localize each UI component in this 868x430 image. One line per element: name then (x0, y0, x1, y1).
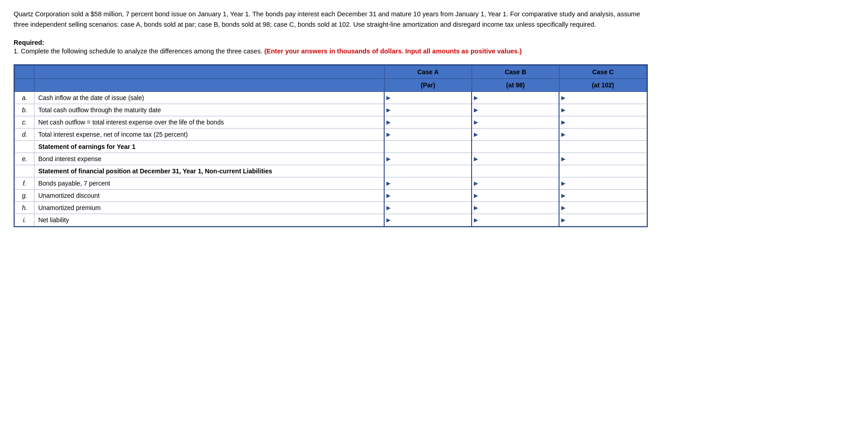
arrow-icon-c-row-b: ▶ (561, 107, 565, 113)
table-row-row-g: g.Unamortized discount▶▶▶ (15, 189, 647, 201)
input-field-case-c-row-g[interactable] (566, 191, 645, 200)
input-wrapper-b-row-d: ▶ (474, 130, 557, 139)
input-col-a-row-e[interactable]: ▶ (384, 153, 472, 165)
input-field-case-c-row-b[interactable] (566, 105, 645, 115)
input-col-a-row-h[interactable]: ▶ (384, 201, 472, 214)
input-wrapper-c-row-f: ▶ (561, 179, 645, 188)
input-col-a-row-stmt2 (384, 165, 472, 177)
input-wrapper-b-row-c: ▶ (474, 118, 557, 127)
row-desc-row-a: Cash inflow at the date of issue (sale) (34, 91, 384, 104)
input-col-a-row-i[interactable]: ▶ (384, 214, 472, 226)
arrow-icon-c-row-e: ▶ (561, 156, 565, 162)
input-field-case-a-row-f[interactable] (391, 179, 469, 188)
input-field-case-c-row-f[interactable] (566, 179, 645, 188)
row-letter-row-c: c. (15, 116, 34, 128)
header-sub-empty-desc (34, 78, 384, 91)
input-col-b-row-d[interactable]: ▶ (472, 128, 559, 140)
input-wrapper-b-row-e: ▶ (474, 154, 557, 163)
input-col-b-row-stmt2 (472, 165, 559, 177)
input-wrapper-b-row-a: ▶ (474, 93, 557, 102)
input-col-a-row-a[interactable]: ▶ (384, 91, 472, 104)
input-col-b-row-e[interactable]: ▶ (472, 153, 559, 165)
arrow-icon-a-row-e: ▶ (386, 156, 391, 162)
input-field-case-b-row-c[interactable] (479, 118, 557, 127)
input-wrapper-b-row-i: ▶ (474, 215, 557, 225)
arrow-icon-b-row-i: ▶ (474, 217, 478, 223)
input-col-b-row-a[interactable]: ▶ (472, 91, 559, 104)
arrow-icon-a-row-g: ▶ (386, 192, 391, 199)
table-row-row-stmt2: Statement of financial position at Decem… (15, 165, 647, 177)
table-row-row-h: h.Unamortized premium▶▶▶ (15, 201, 647, 214)
input-field-case-c-row-d[interactable] (566, 130, 645, 139)
input-wrapper-c-row-i: ▶ (561, 215, 645, 225)
input-col-c-row-d[interactable]: ▶ (559, 128, 646, 140)
input-col-b-row-stmt1 (472, 140, 559, 153)
input-field-case-b-row-g[interactable] (479, 191, 557, 200)
input-wrapper-b-row-b: ▶ (474, 105, 557, 115)
input-field-case-c-row-i[interactable] (566, 215, 645, 225)
input-col-c-row-f[interactable]: ▶ (559, 177, 646, 189)
input-col-c-row-b[interactable]: ▶ (559, 104, 646, 116)
input-wrapper-a-row-g: ▶ (386, 191, 469, 200)
row-letter-row-stmt2 (15, 165, 34, 177)
input-col-b-row-i[interactable]: ▶ (472, 214, 559, 226)
header-case-a-sub: (Par) (384, 78, 472, 91)
input-field-case-b-row-a[interactable] (479, 93, 557, 102)
input-field-case-b-row-h[interactable] (479, 203, 557, 212)
arrow-icon-c-row-h: ▶ (561, 205, 565, 211)
input-col-b-row-g[interactable]: ▶ (472, 189, 559, 201)
arrow-icon-b-row-h: ▶ (474, 205, 478, 211)
input-col-a-row-c[interactable]: ▶ (384, 116, 472, 128)
arrow-icon-a-row-f: ▶ (386, 180, 391, 186)
header-case-a: Case A (384, 65, 472, 78)
header-empty-letter (15, 65, 34, 78)
arrow-icon-b-row-a: ▶ (474, 95, 478, 101)
row-letter-row-i: i. (15, 214, 34, 226)
input-wrapper-c-row-b: ▶ (561, 105, 645, 115)
input-col-a-row-d[interactable]: ▶ (384, 128, 472, 140)
input-col-a-row-g[interactable]: ▶ (384, 189, 472, 201)
input-col-c-row-e[interactable]: ▶ (559, 153, 646, 165)
row-desc-row-i: Net liability (34, 214, 384, 226)
input-field-case-b-row-d[interactable] (479, 130, 557, 139)
input-col-c-row-h[interactable]: ▶ (559, 201, 646, 214)
input-wrapper-c-row-e: ▶ (561, 154, 645, 163)
input-col-a-row-f[interactable]: ▶ (384, 177, 472, 189)
arrow-icon-a-row-a: ▶ (386, 95, 391, 101)
input-wrapper-b-row-g: ▶ (474, 191, 557, 200)
input-col-b-row-c[interactable]: ▶ (472, 116, 559, 128)
input-field-case-a-row-b[interactable] (391, 105, 469, 115)
input-field-case-a-row-d[interactable] (391, 130, 469, 139)
input-wrapper-a-row-h: ▶ (386, 203, 469, 212)
input-col-b-row-h[interactable]: ▶ (472, 201, 559, 214)
input-col-c-row-i[interactable]: ▶ (559, 214, 646, 226)
input-col-b-row-b[interactable]: ▶ (472, 104, 559, 116)
input-col-a-row-b[interactable]: ▶ (384, 104, 472, 116)
table-row-row-f: f.Bonds payable, 7 percent▶▶▶ (15, 177, 647, 189)
input-field-case-c-row-h[interactable] (566, 203, 645, 212)
input-field-case-a-row-i[interactable] (391, 215, 469, 225)
input-field-case-a-row-g[interactable] (391, 191, 469, 200)
input-field-case-c-row-a[interactable] (566, 93, 645, 102)
input-field-case-b-row-i[interactable] (479, 215, 557, 225)
input-field-case-c-row-c[interactable] (566, 118, 645, 127)
table-row-row-a: a.Cash inflow at the date of issue (sale… (15, 91, 647, 104)
input-field-case-c-row-e[interactable] (566, 154, 645, 163)
input-field-case-a-row-h[interactable] (391, 203, 469, 212)
input-col-c-row-c[interactable]: ▶ (559, 116, 646, 128)
input-field-case-a-row-c[interactable] (391, 118, 469, 127)
table-row-row-stmt1: Statement of earnings for Year 1 (15, 140, 647, 153)
input-wrapper-c-row-d: ▶ (561, 130, 645, 139)
input-field-case-b-row-e[interactable] (479, 154, 557, 163)
table-header-row-2: (Par) (at 98) (at 102) (15, 78, 647, 91)
input-col-c-row-a[interactable]: ▶ (559, 91, 646, 104)
input-col-c-row-g[interactable]: ▶ (559, 189, 646, 201)
input-col-b-row-f[interactable]: ▶ (472, 177, 559, 189)
input-field-case-b-row-b[interactable] (479, 105, 557, 115)
input-field-case-a-row-a[interactable] (391, 93, 469, 102)
instruction-text: 1. Complete the following schedule to an… (14, 46, 648, 57)
input-wrapper-c-row-g: ▶ (561, 191, 645, 200)
input-field-case-b-row-f[interactable] (479, 179, 557, 188)
input-field-case-a-row-e[interactable] (391, 154, 469, 163)
header-empty-desc (34, 65, 384, 78)
